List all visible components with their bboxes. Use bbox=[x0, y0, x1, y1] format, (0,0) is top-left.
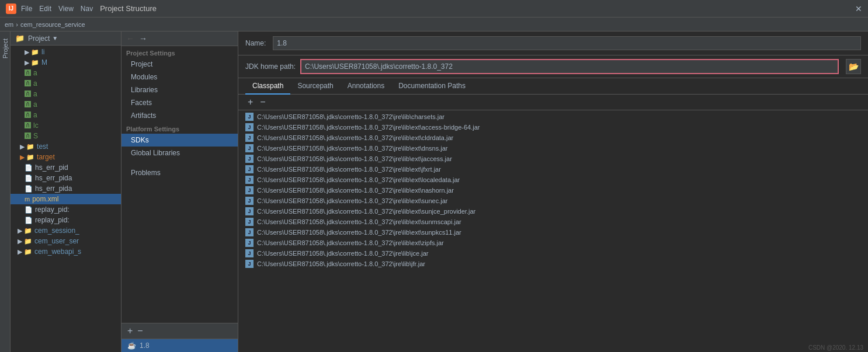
tree-item-test[interactable]: ▶ 📁 test bbox=[11, 141, 121, 152]
tree-item-label: pom.xml bbox=[32, 195, 58, 203]
tree-item-label: replay_pid: bbox=[35, 216, 70, 224]
classpath-item[interactable]: JC:\Users\USER871058\.jdks\corretto-1.8.… bbox=[238, 227, 868, 238]
classpath-toolbar: + − bbox=[238, 95, 868, 110]
tree-item-a3[interactable]: 🅰 a bbox=[11, 89, 121, 99]
settings-item-libraries[interactable]: Libraries bbox=[121, 83, 238, 96]
classpath-item[interactable]: JC:\Users\USER871058\.jdks\corretto-1.8.… bbox=[238, 133, 868, 143]
jar-icon: J bbox=[245, 197, 254, 205]
sdk-item-1.8[interactable]: ☕ 1.8 bbox=[121, 339, 238, 352]
jdk-path-label: JDK home path: bbox=[245, 62, 296, 71]
menu-view[interactable]: View bbox=[58, 5, 74, 13]
dialog-title: Project Structure bbox=[100, 4, 157, 13]
project-label: Project bbox=[28, 34, 50, 43]
settings-item-artifacts[interactable]: Artifacts bbox=[121, 109, 238, 122]
sidebar-tab-project[interactable]: Project bbox=[2, 39, 9, 58]
tab-annotations[interactable]: Annotations bbox=[341, 78, 391, 95]
classpath-item[interactable]: JC:\Users\USER871058\.jdks\corretto-1.8.… bbox=[238, 164, 868, 175]
tree-item-s[interactable]: 🅰 S bbox=[11, 131, 121, 141]
jar-icon: J bbox=[245, 218, 254, 226]
classpath-item[interactable]: JC:\Users\USER871058\.jdks\corretto-1.8.… bbox=[238, 185, 868, 196]
classpath-add-button[interactable]: + bbox=[245, 97, 255, 107]
classpath-item-path: C:\Users\USER871058\.jdks\corretto-1.8.0… bbox=[257, 145, 448, 152]
project-tree-panel: 📁 Project ▼ ▶ 📁 li ▶ 📁 M 🅰 a 🅰 bbox=[11, 32, 121, 352]
project-folder-icon: 📁 bbox=[15, 34, 25, 43]
project-dropdown-arrow[interactable]: ▼ bbox=[52, 35, 58, 41]
jar-icon: J bbox=[245, 228, 254, 236]
tree-item-hs2[interactable]: 📄 hs_err_pida bbox=[11, 173, 121, 183]
menu-nav[interactable]: Nav bbox=[81, 5, 93, 13]
settings-item-facets[interactable]: Facets bbox=[121, 96, 238, 109]
tree-item-label: lc bbox=[33, 121, 39, 130]
details-panel: Name: JDK home path: 📂 Classpath Sourcep… bbox=[238, 32, 868, 352]
tree-item-cem-webapi[interactable]: ▶ 📁 cem_webapi_s bbox=[11, 246, 121, 257]
classpath-item[interactable]: JC:\Users\USER871058\.jdks\corretto-1.8.… bbox=[238, 206, 868, 217]
tree-item-rp1[interactable]: 📄 replay_pid: bbox=[11, 204, 121, 215]
tree-item-hs3[interactable]: 📄 hs_err_pida bbox=[11, 183, 121, 194]
browse-button[interactable]: 📂 bbox=[846, 59, 861, 74]
file-icon: 📄 bbox=[25, 206, 33, 214]
app-logo: IJ bbox=[6, 4, 16, 14]
classpath-item-path: C:\Users\USER871058\.jdks\corretto-1.8.0… bbox=[257, 176, 460, 183]
classpath-item-path: C:\Users\USER871058\.jdks\corretto-1.8.0… bbox=[257, 239, 444, 246]
breadcrumb: em › cem_resource_service bbox=[0, 18, 868, 32]
sdk-add-button[interactable]: + bbox=[126, 326, 134, 336]
classpath-item-path: C:\Users\USER871058\.jdks\corretto-1.8.0… bbox=[257, 124, 480, 131]
tree-item-a1[interactable]: 🅰 a bbox=[11, 68, 121, 78]
jar-icon: J bbox=[245, 134, 254, 142]
classpath-item-path: C:\Users\USER871058\.jdks\corretto-1.8.0… bbox=[257, 260, 425, 267]
jar-icon: J bbox=[245, 113, 254, 121]
tree-item-a4[interactable]: 🅰 a bbox=[11, 99, 121, 110]
sdk-remove-button[interactable]: − bbox=[136, 326, 144, 336]
name-label: Name: bbox=[245, 39, 266, 47]
classpath-item[interactable]: JC:\Users\USER871058\.jdks\corretto-1.8.… bbox=[238, 259, 868, 269]
tree-item-li[interactable]: ▶ 📁 li bbox=[11, 47, 121, 57]
folder-icon: ▶ 📁 bbox=[20, 143, 34, 151]
settings-item-modules[interactable]: Modules bbox=[121, 71, 238, 83]
folder-icon: ▶ 📁 bbox=[18, 238, 32, 245]
classpath-item[interactable]: JC:\Users\USER871058\.jdks\corretto-1.8.… bbox=[238, 196, 868, 206]
classpath-item[interactable]: JC:\Users\USER871058\.jdks\corretto-1.8.… bbox=[238, 217, 868, 227]
settings-item-global-libraries[interactable]: Global Libraries bbox=[121, 147, 238, 159]
classpath-item-path: C:\Users\USER871058\.jdks\corretto-1.8.0… bbox=[257, 197, 448, 204]
classpath-item[interactable]: JC:\Users\USER871058\.jdks\corretto-1.8.… bbox=[238, 154, 868, 164]
forward-arrow[interactable]: → bbox=[139, 34, 147, 43]
classpath-item[interactable]: JC:\Users\USER871058\.jdks\corretto-1.8.… bbox=[238, 238, 868, 248]
tree-item-hs1[interactable]: 📄 hs_err_pid bbox=[11, 162, 121, 173]
tree-item-lc[interactable]: 🅰 lc bbox=[11, 120, 121, 131]
file-icon: 🅰 bbox=[25, 90, 31, 97]
tree-item-pom[interactable]: m pom.xml bbox=[11, 194, 121, 204]
sdk-list: ☕ 1.8 bbox=[121, 339, 238, 352]
classpath-item[interactable]: JC:\Users\USER871058\.jdks\corretto-1.8.… bbox=[238, 175, 868, 185]
classpath-remove-button[interactable]: − bbox=[258, 97, 268, 107]
settings-item-project[interactable]: Project bbox=[121, 58, 238, 71]
tree-item-label: hs_err_pid bbox=[35, 163, 68, 172]
classpath-item[interactable]: JC:\Users\USER871058\.jdks\corretto-1.8.… bbox=[238, 143, 868, 154]
tree-item-cem-session[interactable]: ▶ 📁 cem_session_ bbox=[11, 225, 121, 236]
tree-item-target[interactable]: ▶ 📁 target bbox=[11, 152, 121, 162]
tree-item-rp2[interactable]: 📄 replay_pid: bbox=[11, 215, 121, 225]
file-icon: 📄 bbox=[25, 217, 33, 224]
settings-nav-bar: ← → bbox=[121, 32, 238, 46]
settings-item-problems[interactable]: Problems bbox=[121, 166, 238, 179]
back-arrow[interactable]: ← bbox=[126, 34, 134, 43]
tab-doc-paths[interactable]: Documentation Paths bbox=[391, 78, 473, 95]
menu-file[interactable]: File bbox=[21, 5, 32, 13]
classpath-item[interactable]: JC:\Users\USER871058\.jdks\corretto-1.8.… bbox=[238, 122, 868, 133]
jdk-path-input[interactable] bbox=[300, 59, 839, 74]
tab-classpath[interactable]: Classpath bbox=[245, 78, 290, 95]
classpath-item[interactable]: JC:\Users\USER871058\.jdks\corretto-1.8.… bbox=[238, 248, 868, 259]
tree-item-a5[interactable]: 🅰 a bbox=[11, 110, 121, 120]
tree-item-m[interactable]: ▶ 📁 M bbox=[11, 57, 121, 68]
breadcrumb-em: em bbox=[5, 21, 13, 28]
close-button[interactable]: ✕ bbox=[855, 4, 862, 13]
jar-icon: J bbox=[245, 155, 254, 163]
menu-edit[interactable]: Edit bbox=[39, 5, 51, 13]
tree-item-a2[interactable]: 🅰 a bbox=[11, 78, 121, 89]
sdk-toolbar: + − bbox=[121, 323, 238, 339]
tree-item-cem-user[interactable]: ▶ 📁 cem_user_ser bbox=[11, 236, 121, 246]
settings-item-sdks[interactable]: SDKs bbox=[121, 134, 238, 147]
name-input[interactable] bbox=[273, 36, 861, 50]
tab-sourcepath[interactable]: Sourcepath bbox=[290, 78, 340, 95]
jar-icon: J bbox=[245, 239, 254, 247]
classpath-item[interactable]: JC:\Users\USER871058\.jdks\corretto-1.8.… bbox=[238, 111, 868, 122]
